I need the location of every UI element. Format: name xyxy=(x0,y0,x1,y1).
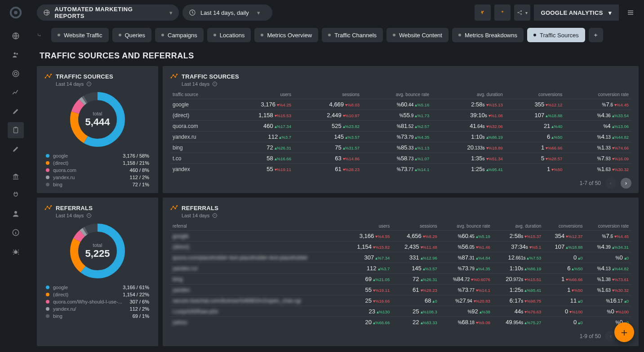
nav-plug[interactable] xyxy=(8,187,24,203)
tab-dot-icon xyxy=(533,34,536,36)
table-row[interactable]: yandex.ru/112▴%3.7145▴%3.57%73.79▴%4.351… xyxy=(170,263,631,274)
tab-label: Metrics Overview xyxy=(267,32,312,39)
cell: 112▴%3.7 xyxy=(345,263,393,274)
cell: %4.13▴%44.82 xyxy=(565,132,631,142)
table-row[interactable]: yandex55▾%19.1161▾%28.23%73.77▴%14.11:25… xyxy=(170,164,631,175)
table-row[interactable]: bing72▴%26.3175▴%31.57%85.33▴%1.1320.133… xyxy=(170,142,631,153)
referrals-donut-card: REFERRALSLast 14 daystotal5,225google3,1… xyxy=(37,198,158,346)
legend-label: google xyxy=(53,153,119,158)
legend-value: 3,176 / 58% xyxy=(123,153,149,158)
tab-dot-icon xyxy=(213,34,216,36)
col-head: avg. duration xyxy=(432,90,506,99)
nav-target[interactable] xyxy=(8,66,24,82)
cell: 72▴%26.31 xyxy=(392,274,440,285)
legend-value: 112 / 2% xyxy=(130,306,149,312)
svg-point-4 xyxy=(16,53,18,55)
tab-dot-icon xyxy=(458,34,461,36)
nav-edit2[interactable] xyxy=(8,141,24,157)
tab-label: Traffic Channels xyxy=(334,32,377,39)
cell: 331▴%12.96 xyxy=(392,252,440,263)
cell: 1,154▾%15.82 xyxy=(345,242,393,252)
tab-traffic-sources[interactable]: Traffic Sources xyxy=(527,28,585,42)
cell: 6▴%50 xyxy=(544,263,585,274)
table-row[interactable]: yahoo20▴%66.6622▴%83.33%68.18▾%9.0949.95… xyxy=(170,317,631,328)
row-source: bing xyxy=(170,274,345,285)
table-row[interactable]: yandex.ru112▴%3.7145▴%3.57%73.79▴%4.351:… xyxy=(170,132,631,142)
profile-selector[interactable]: GOOGLE ANALYTICS ▾ xyxy=(534,4,619,21)
bolt-button[interactable] xyxy=(475,4,491,21)
row-source: yandex xyxy=(170,285,345,295)
tab-metrics-overview[interactable]: Metrics Overview xyxy=(254,28,318,42)
legend-item: yandex.ru112 / 2% xyxy=(46,175,149,180)
table-row[interactable]: t.co58▴%16.6663▾%14.86%58.73▴%1.071:35s▾… xyxy=(170,153,631,164)
cell: 63▾%14.86 xyxy=(294,153,362,164)
tab-queries[interactable]: Queries xyxy=(112,28,152,42)
table-row[interactable]: secure.livechat.com/license/S46903/v2/op… xyxy=(170,295,631,306)
nav-clipboard[interactable] xyxy=(8,122,24,138)
nav-globe[interactable] xyxy=(8,28,24,44)
pager-text: 1-7 of 50 xyxy=(580,180,601,186)
legend-item: google3,166 / 61% xyxy=(46,285,149,290)
legend-item: bing69 / 1% xyxy=(46,313,149,319)
svg-point-14 xyxy=(518,12,519,13)
row-source: quora.com xyxy=(170,121,226,132)
cell: 20▴%66.66 xyxy=(345,317,393,328)
nav-account[interactable] xyxy=(8,206,24,222)
cell: 25▾%16.66 xyxy=(345,295,393,306)
row-source: t.co/pA0I0Raw-p0x xyxy=(170,306,345,317)
table-row[interactable]: yandex55▾%19.1161▾%28.23%73.77▾%14.11:25… xyxy=(170,285,631,295)
table-row[interactable]: quora.com/placeholder-text-placeholder-t… xyxy=(170,252,631,263)
traffic-sources-table-card: TRAFFIC SOURCESLast 14 daystraffic sourc… xyxy=(163,66,639,193)
cell: 354▾%12.37 xyxy=(544,231,585,242)
svg-point-15 xyxy=(520,10,522,12)
nav-users[interactable] xyxy=(8,47,24,63)
tab-campaigns[interactable]: Campaigns xyxy=(155,28,204,42)
table-row[interactable]: (direct)1,154▾%15.822,435▾%11.48%56.05▾%… xyxy=(170,242,631,252)
report-name: AUTOMATED MARKETING REPORTS xyxy=(55,6,161,19)
wave-icon xyxy=(170,72,178,80)
fab-add[interactable]: ＋ xyxy=(614,322,634,342)
tab-locations[interactable]: Locations xyxy=(207,28,251,42)
tab-website-traffic[interactable]: Website Traffic xyxy=(51,28,109,42)
cell: %60.44▴%5.16 xyxy=(362,99,432,110)
cell: 68▴0 xyxy=(392,295,440,306)
date-range-selector[interactable]: Last 14 days, daily ▾ xyxy=(182,4,272,21)
cell: 1▾%66.66 xyxy=(544,274,585,285)
pager-next[interactable]: › xyxy=(621,178,631,189)
cell: 1:10s▴%86.19 xyxy=(493,263,544,274)
table-row[interactable]: (direct)1,158▾%15.532,449▾%10.97%55.9▴%1… xyxy=(170,110,631,121)
spark-button[interactable] xyxy=(494,4,511,21)
tab-metrics-breakdowns[interactable]: Metrics Breakdowns xyxy=(452,28,524,42)
tab-traffic-channels[interactable]: Traffic Channels xyxy=(322,28,383,42)
legend-label: bing xyxy=(53,182,129,187)
add-tab-button[interactable]: ＋ xyxy=(589,28,603,42)
pager: 1-9 of 50‹› xyxy=(170,331,631,342)
nav-bank[interactable] xyxy=(8,168,24,184)
legend-value: 69 / 1% xyxy=(133,313,149,319)
nav-edit[interactable] xyxy=(8,103,24,119)
table-row[interactable]: t.co/pA0I0Raw-p0x23▴%13025▴%108.3%92▴%38… xyxy=(170,306,631,317)
col-head: conversion rate xyxy=(565,90,631,99)
profile-name: GOOGLE ANALYTICS xyxy=(541,9,603,16)
table-row[interactable]: bing69▴%21.0572▴%26.31%84.72▾%0.607620.9… xyxy=(170,274,631,285)
nav-info[interactable] xyxy=(8,224,24,241)
share-button[interactable]: ▾ xyxy=(514,4,530,21)
tab-website-content[interactable]: Website Content xyxy=(386,28,449,42)
nav-chart[interactable] xyxy=(8,84,24,101)
pager-prev[interactable]: ‹ xyxy=(605,178,616,189)
hamburger-menu[interactable] xyxy=(622,4,639,21)
report-selector[interactable]: AUTOMATED MARKETING REPORTS ▾ xyxy=(37,4,179,21)
legend-value: 460 / 8% xyxy=(130,167,149,173)
table-row[interactable]: google3,176▾%4.254,669▾%8.03%60.44▴%5.16… xyxy=(170,99,631,110)
legend-item: (direct)1,158 / 21% xyxy=(46,160,149,166)
table-row[interactable]: quora.com460▴%17.34525▴%23.82%81.52▴%2.5… xyxy=(170,121,631,132)
cell: 1:35s▾%51.34 xyxy=(432,153,506,164)
table-row[interactable]: google3,166▾%4.554,656▾%8.29%60.45▴%5.19… xyxy=(170,231,631,242)
row-source: quora.com/placeholder-text-placeholder-t… xyxy=(170,252,345,263)
cell: 41.64s▾%32.06 xyxy=(432,121,506,132)
card-title: REFERRALS xyxy=(182,205,218,211)
legend-value: 1,154 / 22% xyxy=(123,292,149,297)
card-subtitle: Last 14 days xyxy=(56,213,84,218)
row-source: google xyxy=(170,231,345,242)
nav-bug[interactable] xyxy=(8,243,24,260)
